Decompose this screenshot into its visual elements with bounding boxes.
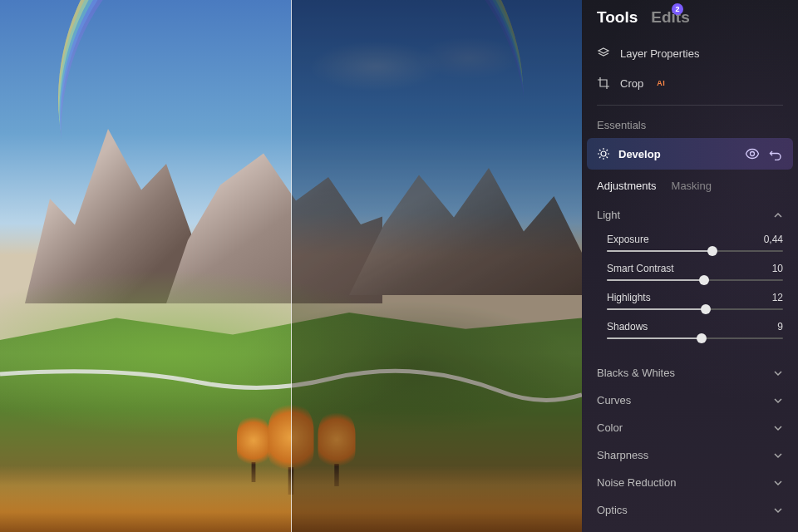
chevron-down-icon bbox=[773, 451, 783, 461]
slider-value: 12 bbox=[772, 292, 783, 303]
sun-icon bbox=[597, 147, 610, 160]
svg-point-0 bbox=[601, 151, 606, 156]
subtab-adjustments[interactable]: Adjustments bbox=[597, 180, 657, 192]
tab-tools[interactable]: Tools bbox=[597, 8, 638, 27]
menu-layer-properties[interactable]: Layer Properties bbox=[597, 38, 783, 68]
develop-label: Develop bbox=[618, 148, 736, 160]
before-after-divider[interactable] bbox=[291, 0, 292, 532]
group-transform[interactable]: Transform bbox=[597, 524, 783, 532]
group-noise_reduction[interactable]: Noise Reduction bbox=[597, 469, 783, 496]
group-color[interactable]: Color bbox=[597, 414, 783, 441]
slider-thumb[interactable] bbox=[707, 246, 717, 256]
group-sharpness[interactable]: Sharpness bbox=[597, 441, 783, 469]
svg-point-1 bbox=[751, 152, 755, 156]
layers-icon bbox=[597, 47, 610, 60]
slider-exposure[interactable] bbox=[607, 250, 783, 252]
chevron-down-icon bbox=[773, 505, 783, 515]
slider-thumb[interactable] bbox=[701, 304, 711, 314]
menu-crop[interactable]: Crop AI bbox=[597, 68, 783, 98]
slider-value: 0,44 bbox=[764, 234, 783, 245]
subtab-masking[interactable]: Masking bbox=[672, 180, 712, 192]
slider-thumb[interactable] bbox=[697, 333, 707, 343]
menu-label: Layer Properties bbox=[620, 47, 699, 60]
slider-thumb[interactable] bbox=[699, 275, 709, 285]
edits-badge: 2 bbox=[672, 3, 683, 15]
ai-tag: AI bbox=[657, 79, 665, 87]
group-blacks_whites[interactable]: Blacks & Whites bbox=[597, 359, 783, 387]
slider-value: 9 bbox=[777, 321, 783, 332]
chevron-down-icon bbox=[773, 423, 783, 433]
group-curves[interactable]: Curves bbox=[597, 387, 783, 414]
group-label: Light bbox=[597, 209, 620, 221]
chevron-up-icon bbox=[773, 210, 783, 220]
divider bbox=[597, 105, 783, 106]
visibility-icon[interactable] bbox=[745, 146, 760, 161]
group-label: Sharpness bbox=[597, 449, 648, 461]
slider-value: 10 bbox=[772, 263, 783, 274]
chevron-down-icon bbox=[773, 396, 783, 406]
image-canvas[interactable] bbox=[0, 0, 582, 532]
group-light[interactable]: Light bbox=[597, 204, 783, 226]
tab-edits[interactable]: Edits bbox=[651, 8, 689, 27]
crop-icon bbox=[597, 76, 610, 90]
menu-label: Crop bbox=[620, 77, 643, 90]
undo-icon[interactable] bbox=[768, 146, 783, 161]
slider-label: Exposure bbox=[607, 234, 649, 245]
slider-highlights[interactable] bbox=[607, 308, 783, 310]
chevron-down-icon bbox=[773, 368, 783, 378]
group-label: Blacks & Whites bbox=[597, 367, 675, 379]
slider-smart_contrast[interactable] bbox=[607, 279, 783, 281]
develop-header[interactable]: Develop bbox=[587, 138, 793, 170]
group-label: Optics bbox=[597, 504, 628, 516]
tools-panel: Tools Edits 2 Layer Properties Crop AI E… bbox=[582, 0, 798, 532]
slider-label: Smart Contrast bbox=[607, 263, 674, 274]
slider-label: Shadows bbox=[607, 321, 648, 332]
group-label: Noise Reduction bbox=[597, 476, 676, 489]
group-optics[interactable]: Optics bbox=[597, 496, 783, 524]
group-label: Curves bbox=[597, 394, 631, 406]
slider-label: Highlights bbox=[607, 292, 651, 303]
section-essentials: Essentials bbox=[582, 109, 798, 138]
slider-shadows[interactable] bbox=[607, 337, 783, 339]
group-label: Color bbox=[597, 421, 623, 434]
chevron-down-icon bbox=[773, 478, 783, 488]
